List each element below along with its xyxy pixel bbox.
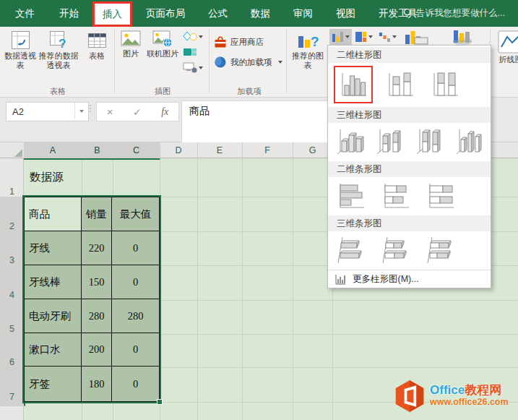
cell-B7[interactable]: 180: [82, 367, 112, 401]
online-pictures-icon: [152, 30, 173, 48]
insert-waterfall-chart-button[interactable]: [377, 29, 398, 45]
cell-C3[interactable]: 0: [112, 231, 159, 265]
table-label: 表格: [89, 51, 105, 61]
my-addins-label: 我的加载项: [230, 57, 272, 68]
store-label: 应用商店: [230, 37, 264, 48]
recommended-charts-button[interactable]: ? 推荐的图表: [290, 30, 326, 70]
column-header-B[interactable]: B: [82, 142, 113, 160]
my-addins-button[interactable]: 我的加载项: [214, 56, 282, 69]
tab-page-layout[interactable]: 页面布局: [137, 0, 194, 27]
row-header-4[interactable]: 4: [0, 265, 25, 304]
row-header-2[interactable]: 2: [0, 197, 25, 236]
column-header-E[interactable]: E: [197, 142, 243, 158]
tab-insert[interactable]: 插入: [92, 1, 132, 27]
tab-data[interactable]: 数据: [241, 0, 280, 27]
insert-function-button[interactable]: fx: [161, 106, 168, 118]
dropdown-arrow-icon: [278, 61, 282, 64]
formula-input[interactable]: 商品: [181, 100, 336, 143]
column-header-F[interactable]: F: [242, 142, 293, 158]
store-button[interactable]: 应用商店: [214, 35, 264, 48]
line-sparkline-button[interactable]: 折线图: [494, 30, 518, 64]
smartart-icon: [183, 47, 197, 57]
stacked-bar-icon[interactable]: [379, 180, 413, 212]
cell-C4[interactable]: 0: [112, 265, 159, 299]
3d-stacked-bar-icon[interactable]: [379, 234, 413, 266]
excel-window: 文件 开始 插入 页面布局 公式 数据 审阅 视图 开发工具 告诉我您想要做什么…: [0, 0, 518, 420]
cell-A3[interactable]: 牙线: [25, 231, 82, 265]
cancel-button[interactable]: ×: [107, 106, 113, 118]
row-header-7[interactable]: 7: [0, 367, 25, 406]
3d-clustered-column-icon[interactable]: [334, 126, 366, 158]
cell-B2[interactable]: 销量: [82, 197, 112, 231]
watermark-logo: Office教程网 www.office26.com: [394, 378, 517, 414]
svg-text:?: ?: [311, 34, 319, 49]
dropdown-arrow-icon: [199, 35, 203, 38]
cell-A1[interactable]: 数据源: [24, 158, 160, 197]
tab-home[interactable]: 开始: [50, 0, 88, 27]
screenshot-button[interactable]: [183, 62, 203, 73]
column-header-C[interactable]: C: [113, 142, 160, 160]
table-button[interactable]: 表格: [82, 30, 111, 61]
cell-A5[interactable]: 电动牙刷: [25, 299, 82, 333]
cell-C5[interactable]: 280: [112, 299, 159, 333]
recommended-pivottables-label: 推荐的数据透视表: [38, 51, 79, 70]
3d-column-icon[interactable]: [454, 126, 486, 158]
more-column-charts-label: 更多柱形图(M)...: [353, 273, 419, 286]
clustered-bar-icon[interactable]: [334, 180, 368, 212]
cell-B5[interactable]: 280: [82, 299, 112, 333]
pictures-label: 图片: [123, 49, 139, 59]
cell-B4[interactable]: 150: [82, 265, 112, 299]
pictures-icon: [121, 30, 141, 48]
cell-C7[interactable]: 0: [112, 367, 159, 401]
3d-100-stacked-column-icon[interactable]: [414, 126, 446, 158]
online-pictures-button[interactable]: 联机图片: [145, 30, 180, 59]
pivottable-button[interactable]: 数据透视表: [4, 30, 36, 70]
pictures-button[interactable]: 图片: [118, 30, 144, 59]
recommended-pivottables-icon: ?: [49, 30, 69, 50]
insert-column-chart-button[interactable]: [329, 29, 352, 45]
clustered-column-icon[interactable]: [334, 66, 373, 103]
tab-review[interactable]: 审阅: [284, 0, 322, 27]
cell-B6[interactable]: 200: [82, 333, 112, 367]
row-header-1[interactable]: 1: [0, 158, 24, 201]
column-header-A[interactable]: A: [24, 142, 82, 160]
3d-clustered-bar-icon[interactable]: [334, 234, 368, 266]
cell-B3[interactable]: 220: [82, 231, 112, 265]
row-header-5[interactable]: 5: [0, 300, 25, 338]
cell-A6[interactable]: 漱口水: [25, 333, 82, 367]
100-stacked-column-icon[interactable]: [428, 69, 462, 100]
store-icon: [214, 35, 227, 48]
shapes-button[interactable]: [183, 31, 203, 42]
formula-buttons: × ✓ fx: [96, 102, 179, 121]
cell-A4[interactable]: 牙线棒: [25, 265, 82, 299]
name-box[interactable]: A2: [6, 102, 89, 121]
3d-100-stacked-bar-icon[interactable]: [423, 234, 458, 266]
recommended-pivottables-button[interactable]: ? 推荐的数据透视表: [38, 30, 79, 70]
100-stacked-bar-icon[interactable]: [423, 180, 458, 212]
more-column-charts-item[interactable]: 更多柱形图(M)...: [328, 270, 491, 288]
row-header-6[interactable]: 6: [0, 334, 25, 372]
cell-A7[interactable]: 牙签: [25, 367, 82, 401]
insert-column-chart-icon: [332, 31, 344, 43]
insert-hierarchy-chart-button[interactable]: [353, 29, 374, 45]
column-header-D[interactable]: D: [160, 142, 198, 158]
cell-A2[interactable]: 商品: [25, 197, 82, 231]
enter-button[interactable]: ✓: [133, 106, 142, 118]
row-header-3[interactable]: 3: [0, 231, 25, 270]
chevron-down-icon: [79, 110, 84, 113]
3d-map-button[interactable]: [446, 29, 478, 46]
smartart-button[interactable]: [183, 47, 197, 57]
tab-formulas[interactable]: 公式: [199, 0, 237, 27]
select-all-corner[interactable]: [0, 142, 25, 158]
3d-stacked-column-icon[interactable]: [374, 126, 406, 158]
tab-file[interactable]: 文件: [4, 0, 46, 27]
tab-view[interactable]: 视图: [327, 0, 365, 27]
cell-C2[interactable]: 最大值: [112, 197, 159, 231]
name-box-value: A2: [12, 106, 24, 117]
tell-me-box[interactable]: 告诉我您想要做什么...: [402, 0, 505, 27]
menu-section-2d-bar: 二维条形图: [328, 161, 491, 177]
line-sparkline-icon: [498, 30, 518, 53]
pivot-chart-button[interactable]: [405, 29, 429, 45]
stacked-column-icon[interactable]: [383, 69, 418, 100]
cell-C6[interactable]: 0: [112, 333, 159, 367]
